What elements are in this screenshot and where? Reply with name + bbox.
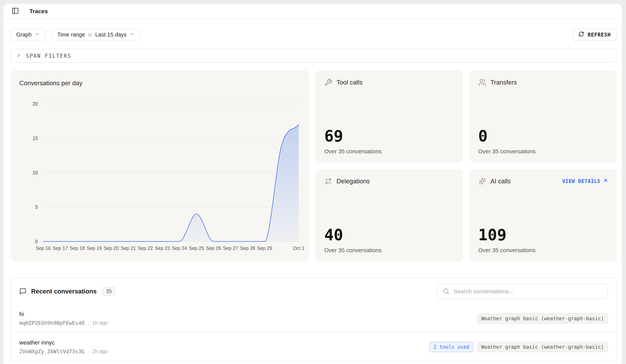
conversation-count-badge: 35 xyxy=(102,287,115,296)
stat-card-ai-calls: AI calls VIEW DETAILS 109 Over 35 conver… xyxy=(470,169,617,262)
wrench-icon xyxy=(324,78,332,86)
conversations-chart-svg: 05101520Sep 16Sep 17Sep 18Sep 19Sep 20Se… xyxy=(10,70,309,262)
time-range-value: Last 15 days xyxy=(95,32,126,38)
stat-caption: Over 35 conversations xyxy=(324,247,454,253)
page-title: Traces xyxy=(29,8,48,14)
svg-text:Sep 23: Sep 23 xyxy=(155,245,170,251)
svg-text:5: 5 xyxy=(35,204,38,210)
time-range-field: Time range xyxy=(57,32,85,38)
span-filters-expander[interactable]: SPAN FILTERS xyxy=(10,49,617,63)
conversation-row[interactable]: weather innyc ZVeWXgZy_Z6WltVd73s3G · 2h… xyxy=(11,333,617,361)
svg-text:Sep 29: Sep 29 xyxy=(257,245,272,251)
meta-separator: · xyxy=(87,349,89,354)
graph-dropdown-label: Graph xyxy=(16,32,32,38)
stat-value: 40 xyxy=(324,227,454,243)
stat-card-transfers: Transfers 0 Over 35 conversations xyxy=(470,70,617,163)
conversation-time: 2h ago xyxy=(92,349,108,355)
stat-title: Tool calls xyxy=(337,79,362,86)
stat-value: 109 xyxy=(478,227,608,243)
view-details-link[interactable]: VIEW DETAILS xyxy=(562,178,608,185)
stat-title: Transfers xyxy=(491,79,517,86)
refresh-icon xyxy=(578,31,584,38)
svg-text:Sep 27: Sep 27 xyxy=(223,245,238,251)
users-icon xyxy=(478,78,486,86)
agent-tag: Weather graph basic (weather-graph-basic… xyxy=(477,313,608,324)
panel-left-icon xyxy=(12,7,19,15)
message-square-icon xyxy=(19,288,27,295)
recent-conversations-header: Recent conversations 35 xyxy=(11,278,617,304)
sidebar-toggle-button[interactable] xyxy=(10,6,20,16)
time-range-operator: is xyxy=(88,32,92,38)
meta-separator: · xyxy=(87,321,89,326)
header-divider xyxy=(24,8,24,14)
svg-text:Sep 26: Sep 26 xyxy=(206,245,221,251)
svg-text:15: 15 xyxy=(33,136,38,141)
stat-caption: Over 35 conversations xyxy=(478,247,608,253)
dashboard-grid: Conversations per day 05101520Sep 16Sep … xyxy=(10,70,617,262)
stat-title: AI calls xyxy=(491,178,511,185)
tools-used-tag: 2 tools used xyxy=(429,342,473,352)
app-header: Traces xyxy=(3,4,622,19)
svg-text:20: 20 xyxy=(33,101,38,107)
agent-tag: Weather graph basic (weather-graph-basic… xyxy=(477,342,608,352)
span-filters-label: SPAN FILTERS xyxy=(26,53,71,59)
stat-caption: Over 35 conversations xyxy=(478,148,608,155)
graph-dropdown[interactable]: Graph xyxy=(10,29,45,40)
svg-text:Sep 17: Sep 17 xyxy=(53,245,68,251)
chevron-down-icon xyxy=(130,32,135,38)
recent-conversations-section: Recent conversations 35 hi mqHZP2EGh9h9B… xyxy=(10,278,617,361)
svg-text:Sep 25: Sep 25 xyxy=(189,245,204,251)
conversation-title: weather innyc xyxy=(19,339,108,346)
svg-text:0: 0 xyxy=(35,239,38,244)
stat-caption: Over 35 conversations xyxy=(324,148,454,155)
stat-value: 69 xyxy=(324,128,454,144)
arrow-up-right-icon xyxy=(603,178,608,185)
toolbar: Graph Time range is Last 15 days REFRESH xyxy=(10,29,617,40)
svg-text:Sep 28: Sep 28 xyxy=(240,245,255,251)
stat-card-delegations: Delegations 40 Over 35 conversations xyxy=(315,169,463,262)
recent-conversations-title: Recent conversations xyxy=(31,288,97,295)
svg-text:Sep 16: Sep 16 xyxy=(36,245,51,251)
refresh-button[interactable]: REFRESH xyxy=(572,29,617,40)
stat-card-tool-calls: Tool calls 69 Over 35 conversations xyxy=(315,70,463,163)
refresh-button-label: REFRESH xyxy=(587,32,611,38)
conversation-time: 1h ago xyxy=(92,320,108,326)
svg-text:Sep 18: Sep 18 xyxy=(70,245,85,251)
stat-value: 0 xyxy=(478,128,608,144)
svg-text:Sep 22: Sep 22 xyxy=(138,245,153,251)
svg-text:10: 10 xyxy=(33,170,38,175)
conversation-id: mqHZP2EGh9h9BpFEwEs40 xyxy=(19,320,84,326)
stat-title: Delegations xyxy=(337,178,370,185)
conversations-per-day-chart: Conversations per day 05101520Sep 16Sep … xyxy=(10,70,309,262)
svg-text:Sep 24: Sep 24 xyxy=(172,245,187,251)
search-input[interactable] xyxy=(454,288,602,295)
chevron-right-icon xyxy=(16,53,22,59)
conversation-title: hi xyxy=(19,311,108,317)
chevron-down-icon xyxy=(35,32,40,38)
svg-text:Oct 1: Oct 1 xyxy=(293,245,304,251)
svg-text:Sep 19: Sep 19 xyxy=(87,245,102,251)
time-range-filter[interactable]: Time range is Last 15 days xyxy=(52,29,140,40)
conversation-row[interactable]: hi mqHZP2EGh9h9BpFEwEs40 · 1h ago Weathe… xyxy=(11,304,617,333)
svg-text:Sep 21: Sep 21 xyxy=(121,245,136,251)
sparkles-icon xyxy=(478,177,486,185)
search-box xyxy=(437,284,608,299)
arrows-right-left-icon xyxy=(324,177,332,185)
main-window: Traces Graph Time range is Last 15 days xyxy=(3,4,622,364)
search-icon xyxy=(443,288,449,295)
svg-text:Sep 20: Sep 20 xyxy=(104,245,119,251)
view-details-label: VIEW DETAILS xyxy=(562,178,600,184)
conversation-id: ZVeWXgZy_Z6WltVd73s3G xyxy=(19,349,84,355)
